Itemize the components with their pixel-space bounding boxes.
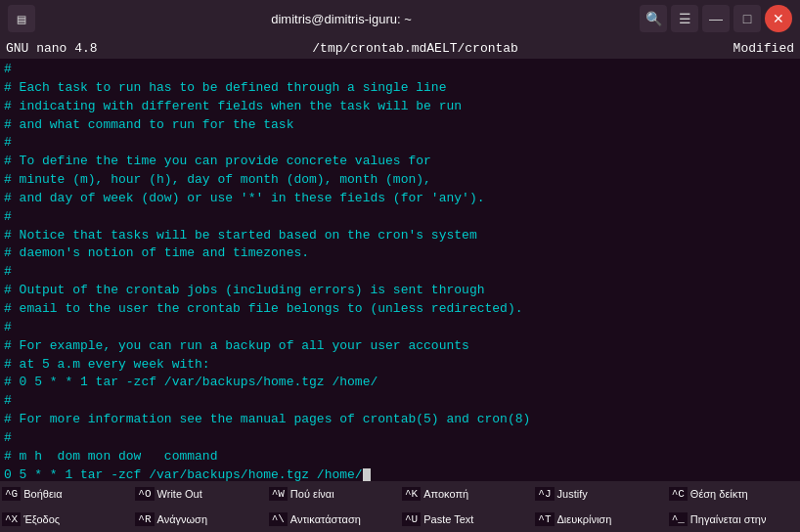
editor-content: # # Each task to run has to be defined t… (4, 61, 796, 481)
titlebar-title: dimitris@dimitris-iguru: ~ (67, 12, 616, 26)
shortcut-item-0-2[interactable]: ^WΠού είναι (267, 481, 400, 507)
nano-status: Modified (733, 41, 794, 56)
nano-filepath: /tmp/crontab.mdAELT/crontab (312, 41, 518, 56)
menu-button[interactable]: ☰ (671, 5, 698, 32)
titlebar-left: ▤ (8, 5, 67, 32)
shortcut-row-1: ^GΒοήθεια^OWrite Out^WΠού είναι^KΑποκοπή… (0, 481, 800, 507)
shortcut-item-1-0[interactable]: ^XΈξοδος (0, 507, 133, 532)
shortcut-label: Paste Text (423, 513, 473, 525)
shortcut-key: ^G (2, 487, 21, 501)
shortcut-label: Justify (557, 488, 588, 500)
shortcut-item-1-2[interactable]: ^\Αντικατάσταση (267, 507, 400, 532)
shortcut-key: ^C (669, 487, 688, 501)
shortcut-item-1-4[interactable]: ^TΔιευκρίνιση (533, 507, 666, 532)
titlebar-controls: 🔍 ☰ — □ ✕ (616, 5, 792, 32)
shortcut-key: ^W (269, 487, 288, 501)
shortcut-key: ^T (535, 512, 554, 526)
search-button[interactable]: 🔍 (640, 5, 667, 32)
nano-topbar: GNU nano 4.8 /tmp/crontab.mdAELT/crontab… (0, 37, 800, 59)
shortcut-item-0-5[interactable]: ^CΘέση δείκτη (667, 481, 800, 507)
editor-area[interactable]: # # Each task to run has to be defined t… (0, 59, 800, 481)
shortcut-label: Αντικατάσταση (290, 513, 361, 525)
shortcut-item-0-0[interactable]: ^GΒοήθεια (0, 481, 133, 507)
shortcut-item-1-3[interactable]: ^UPaste Text (400, 507, 533, 532)
shortcut-label: Πού είναι (290, 488, 334, 500)
close-button[interactable]: ✕ (765, 5, 792, 32)
shortcut-key: ^X (2, 512, 21, 526)
shortcut-label: Ανάγνωση (157, 513, 208, 525)
titlebar: ▤ dimitris@dimitris-iguru: ~ 🔍 ☰ — □ ✕ (0, 0, 800, 37)
shortcut-label: Βοήθεια (23, 488, 62, 500)
shortcut-key: ^U (402, 512, 421, 526)
shortcut-label: Πηγαίνεται στην (690, 513, 767, 525)
shortcut-key: ^_ (669, 512, 688, 526)
terminal-icon: ▤ (8, 5, 35, 32)
shortcut-item-0-4[interactable]: ^JJustify (533, 481, 666, 507)
shortcut-item-1-5[interactable]: ^_Πηγαίνεται στην (667, 507, 800, 532)
maximize-button[interactable]: □ (733, 5, 761, 32)
shortcut-key: ^R (135, 512, 154, 526)
shortcut-item-0-3[interactable]: ^KΑποκοπή (400, 481, 533, 507)
shortcut-key: ^J (535, 487, 554, 501)
shortcut-row-2: ^XΈξοδος^RΑνάγνωση^\Αντικατάσταση^UPaste… (0, 507, 800, 532)
minimize-button[interactable]: — (702, 5, 730, 32)
shortcut-label: Θέση δείκτη (690, 488, 748, 500)
shortcut-item-0-1[interactable]: ^OWrite Out (133, 481, 266, 507)
shortcut-label: Έξοδος (23, 513, 60, 525)
shortcut-label: Αποκοπή (423, 488, 468, 500)
shortcut-key: ^K (402, 487, 421, 501)
nano-version: GNU nano 4.8 (6, 41, 98, 56)
shortcut-key: ^\ (269, 512, 288, 526)
shortcut-item-1-1[interactable]: ^RΑνάγνωση (133, 507, 266, 532)
shortcut-key: ^O (135, 487, 154, 501)
shortcut-label: Write Out (157, 488, 202, 500)
shortcut-label: Διευκρίνιση (557, 513, 612, 525)
nano-bottombar: ^GΒοήθεια^OWrite Out^WΠού είναι^KΑποκοπή… (0, 481, 800, 532)
